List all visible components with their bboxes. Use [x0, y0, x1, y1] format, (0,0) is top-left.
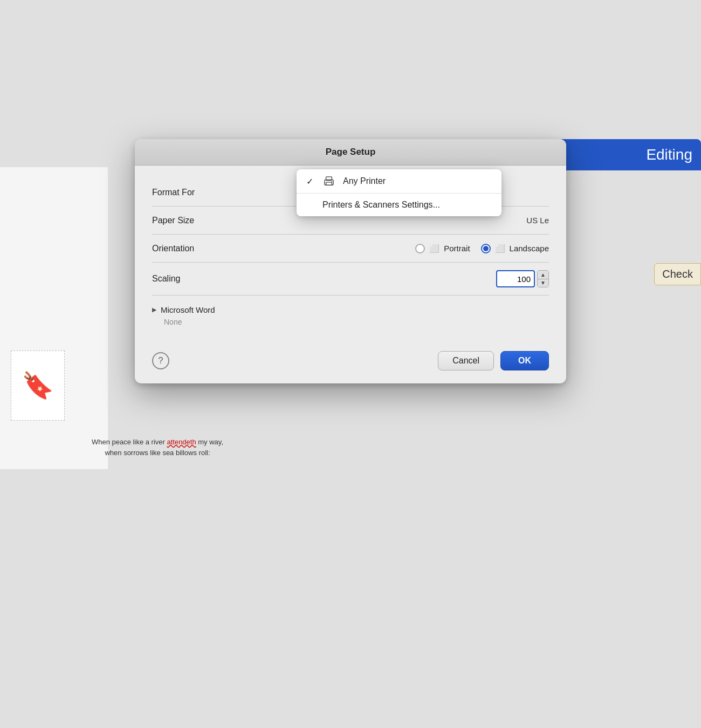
msword-header[interactable]: ▶ Microsoft Word: [152, 305, 549, 314]
svg-rect-2: [326, 182, 332, 185]
landscape-page-icon: ⬜: [495, 244, 505, 253]
dialog-overlay: Page Setup Format For ✓: [0, 0, 701, 728]
paper-size-label: Paper Size: [152, 216, 238, 225]
format-for-dropdown[interactable]: ✓ Any Printer Pr: [297, 169, 501, 216]
scaling-stepper[interactable]: ▲ ▼: [537, 270, 549, 287]
cancel-button[interactable]: Cancel: [438, 351, 494, 370]
landscape-radio[interactable]: [481, 244, 491, 253]
portrait-option[interactable]: ⬜ Portrait: [415, 244, 470, 253]
orientation-row: Orientation ⬜ Portrait ⬜ Landscape: [152, 235, 549, 263]
portrait-radio[interactable]: [415, 244, 425, 253]
portrait-page-icon: ⬜: [429, 244, 439, 253]
any-printer-label: Any Printer: [343, 176, 386, 186]
dropdown-item-printers-settings[interactable]: Printers & Scanners Settings...: [297, 193, 501, 216]
footer-buttons: Cancel OK: [438, 351, 549, 370]
stepper-up-button[interactable]: ▲: [538, 271, 548, 279]
dialog-title: Page Setup: [326, 147, 376, 157]
help-button[interactable]: ?: [152, 352, 169, 369]
page-setup-dialog: Page Setup Format For ✓: [135, 139, 566, 383]
msword-value: None: [152, 318, 549, 326]
svg-point-3: [332, 181, 333, 182]
scaling-input[interactable]: [496, 270, 535, 287]
portrait-label: Portrait: [444, 244, 470, 253]
scaling-label: Scaling: [152, 274, 238, 284]
help-label: ?: [159, 356, 163, 366]
landscape-label: Landscape: [510, 244, 549, 253]
orientation-controls: ⬜ Portrait ⬜ Landscape: [238, 244, 549, 253]
scaling-row: Scaling ▲ ▼: [152, 263, 549, 296]
format-for-label: Format For: [152, 188, 238, 197]
orientation-label: Orientation: [152, 244, 238, 253]
paper-size-value: US Le: [526, 216, 549, 225]
dropdown-item-any-printer[interactable]: ✓ Any Printer: [297, 169, 501, 193]
stepper-down-button[interactable]: ▼: [538, 279, 548, 287]
landscape-option[interactable]: ⬜ Landscape: [481, 244, 549, 253]
scaling-value-area: ▲ ▼: [238, 270, 549, 287]
triangle-icon: ▶: [152, 306, 156, 313]
msword-title: Microsoft Word: [161, 305, 215, 314]
printer-icon: [322, 176, 335, 187]
dialog-body: Format For ✓: [135, 166, 566, 342]
dialog-footer: ? Cancel OK: [135, 342, 566, 383]
msword-section: ▶ Microsoft Word None: [152, 296, 549, 332]
checkmark-icon: ✓: [306, 176, 315, 187]
paper-size-value-area: US Le: [238, 216, 549, 225]
scaling-input-wrap: ▲ ▼: [496, 270, 549, 287]
ok-button[interactable]: OK: [500, 351, 549, 370]
dialog-titlebar: Page Setup: [135, 139, 566, 166]
format-for-row: Format For ✓: [152, 178, 549, 207]
printers-settings-label: Printers & Scanners Settings...: [322, 200, 440, 210]
